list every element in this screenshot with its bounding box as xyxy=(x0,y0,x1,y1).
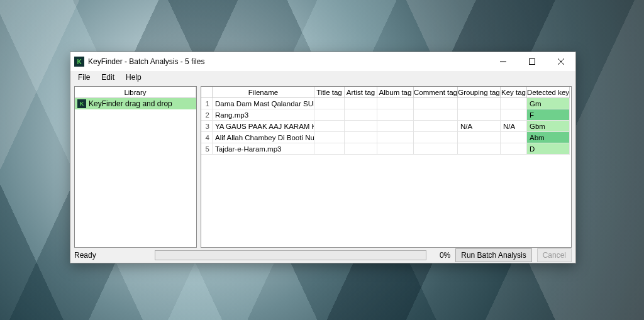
library-item[interactable]: K KeyFinder drag and drop xyxy=(75,98,196,109)
grid-header-row: Filename Title tag Artist tag Album tag … xyxy=(201,87,571,98)
library-header[interactable]: Library xyxy=(75,87,196,97)
app-icon: K xyxy=(74,57,84,67)
maximize-icon xyxy=(529,58,535,65)
file-grid-panel: Filename Title tag Artist tag Album tag … xyxy=(201,86,572,248)
window-title: KeyFinder - Batch Analysis - 5 files xyxy=(88,57,204,66)
library-body: K KeyFinder drag and drop xyxy=(75,98,196,247)
status-text: Ready xyxy=(74,251,150,260)
menu-file[interactable]: File xyxy=(73,72,95,83)
app-window: K KeyFinder - Batch Analysis - 5 files F… xyxy=(70,52,576,263)
library-item-label: KeyFinder drag and drop xyxy=(89,99,172,108)
content-area: Library K KeyFinder drag and drop Filena… xyxy=(70,84,575,248)
col-key-tag[interactable]: Key tag xyxy=(501,87,527,98)
menu-help[interactable]: Help xyxy=(121,72,147,83)
table-row[interactable]: 5Tajdar-e-Haram.mp3D xyxy=(201,143,571,155)
titlebar[interactable]: K KeyFinder - Batch Analysis - 5 files xyxy=(70,52,575,71)
cancel-button: Cancel xyxy=(537,248,572,262)
keyfinder-icon: K xyxy=(77,99,86,108)
col-album-tag[interactable]: Album tag xyxy=(377,87,414,98)
minimize-button[interactable] xyxy=(489,52,518,71)
col-grouping-tag[interactable]: Grouping tag xyxy=(458,87,501,98)
minimize-icon xyxy=(500,58,506,65)
grid-body: 1Dama Dam Mast Qalandar SUPE...Gm2Rang.m… xyxy=(201,98,571,247)
table-row[interactable]: 1Dama Dam Mast Qalandar SUPE...Gm xyxy=(201,98,571,109)
col-title-tag[interactable]: Title tag xyxy=(314,87,345,98)
library-panel: Library K KeyFinder drag and drop xyxy=(74,86,197,248)
statusbar: Ready 0% Run Batch Analysis Cancel xyxy=(70,248,575,263)
menubar: File Edit Help xyxy=(70,71,575,84)
menu-edit[interactable]: Edit xyxy=(96,72,119,83)
maximize-button[interactable] xyxy=(518,52,547,71)
close-button[interactable] xyxy=(547,52,575,71)
table-row[interactable]: 2Rang.mp3F xyxy=(201,109,571,121)
table-row[interactable]: 3YA GAUS PAAK AAJ KARAM KAR...N/AN/AGbm xyxy=(201,121,571,132)
col-filename[interactable]: Filename xyxy=(213,87,314,98)
col-artist-tag[interactable]: Artist tag xyxy=(345,87,377,98)
col-detected-key[interactable]: Detected key xyxy=(527,87,570,98)
table-row[interactable]: 4Alif Allah Chambey Di Booti Nu...Abm xyxy=(201,132,571,143)
col-comment-tag[interactable]: Comment tag xyxy=(414,87,458,98)
col-num[interactable] xyxy=(201,87,213,98)
progress-percent: 0% xyxy=(431,251,450,260)
run-batch-button[interactable]: Run Batch Analysis xyxy=(455,248,531,262)
close-icon xyxy=(558,58,564,65)
svg-rect-1 xyxy=(530,59,535,65)
progress-bar xyxy=(155,250,426,260)
